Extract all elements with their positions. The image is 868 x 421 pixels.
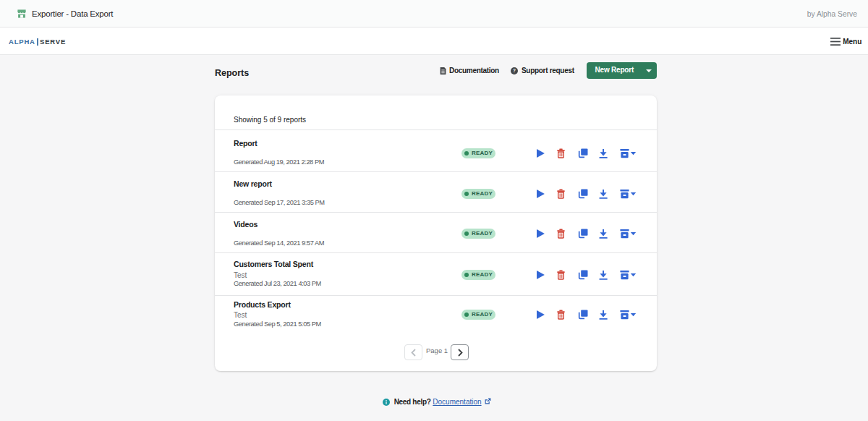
svg-text:?: ?	[513, 68, 516, 73]
